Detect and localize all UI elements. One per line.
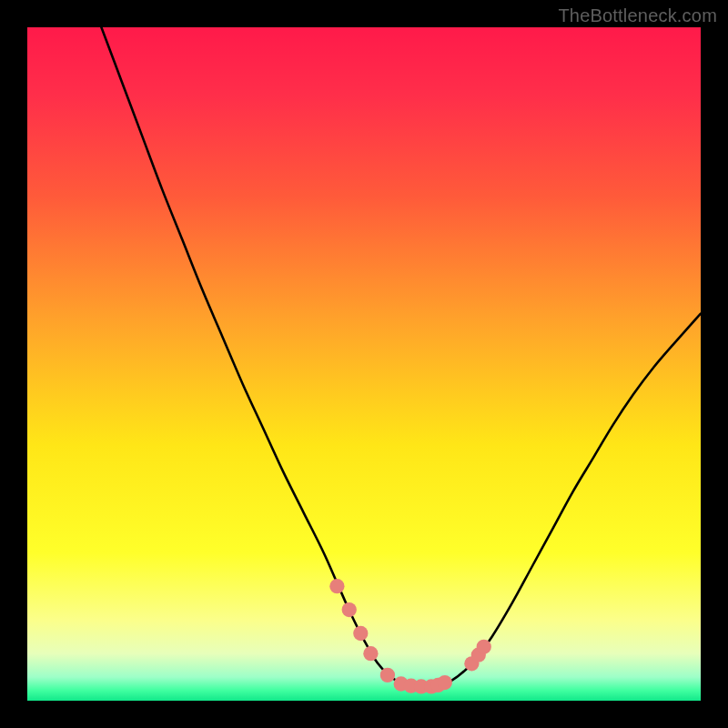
curve-marker (329, 579, 344, 593)
curve-marker (363, 646, 378, 661)
bottleneck-curve (101, 27, 701, 687)
curve-marker (438, 675, 452, 690)
curve-markers (329, 579, 491, 694)
attribution-text: TheBottleneck.com (558, 5, 717, 26)
curve-marker (353, 626, 368, 641)
plot-area (27, 27, 701, 701)
curve-marker (380, 668, 395, 682)
chart-svg (27, 27, 701, 701)
chart-frame: TheBottleneck.com (0, 0, 728, 728)
curve-marker (477, 640, 491, 654)
curve-marker (342, 602, 357, 617)
